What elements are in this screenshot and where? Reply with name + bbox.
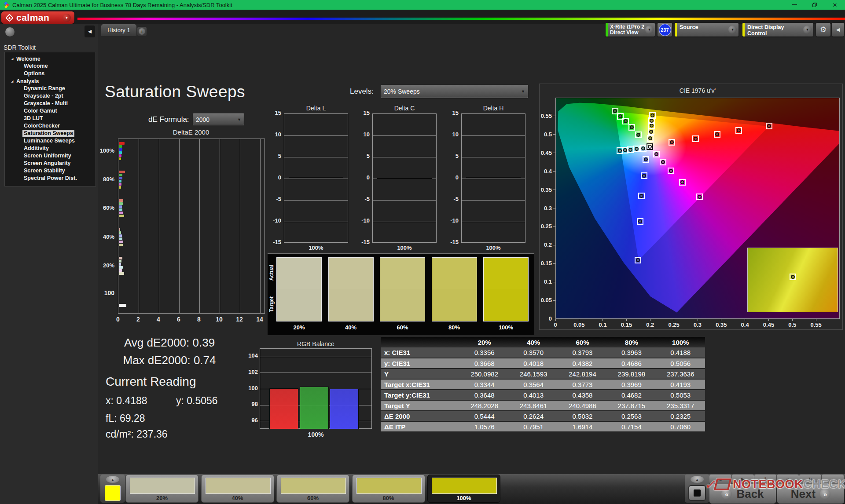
sidebar-item-colorchecker[interactable]: ColorChecker: [22, 122, 61, 130]
cie-y-tick: 0.4: [536, 168, 552, 175]
sidebar-item-options[interactable]: Options: [22, 70, 46, 77]
max-de2000: Max dE2000: 0.74: [106, 354, 233, 367]
sidebar-item-welcome[interactable]: Welcome: [22, 62, 49, 70]
sidebar-item-color-gamut[interactable]: Color Gamut: [22, 107, 59, 115]
delta-h-y-tick: 0: [446, 174, 459, 181]
sidebar-item-saturation-sweeps[interactable]: Saturation Sweeps: [22, 130, 74, 137]
cell-value: 0.3570: [509, 347, 558, 358]
deltae-bar-60-green: [119, 202, 123, 205]
sidebar-item-additivity[interactable]: Additivity: [22, 145, 50, 152]
dock-patch-60[interactable]: 60%: [276, 475, 349, 503]
deltae-bar-100-magenta: [119, 154, 121, 157]
stop-button[interactable]: [688, 485, 706, 501]
levels-select[interactable]: 20% Sweeps ▼: [381, 85, 528, 98]
cie-y-tick: 0.1: [536, 278, 552, 285]
swatch-label: 80%: [432, 324, 477, 331]
sidebar-dot-button[interactable]: [5, 27, 15, 37]
swatch-actual: [329, 258, 373, 289]
cie-blue-80pct-measured-dot: [638, 219, 642, 223]
deltae-x-tick: 8: [194, 316, 204, 323]
sidebar-collapse-button[interactable]: ◀: [84, 26, 95, 37]
cell-value: 240.4986: [558, 400, 607, 411]
tick: [553, 245, 555, 245]
deltae-bar-100-green: [119, 145, 122, 148]
cie-x-tick: 0.1: [594, 321, 612, 328]
chevron-down-icon: ▼: [803, 26, 812, 34]
cell-value: 0.3969: [607, 379, 656, 390]
current-x: x: 0.4188: [106, 395, 147, 407]
row-label: Target y:CIE31: [381, 390, 460, 400]
minimize-button[interactable]: [784, 0, 805, 10]
panel-collapse-button[interactable]: ◀: [832, 23, 844, 37]
current-patch-swatch[interactable]: [105, 485, 121, 501]
sidebar-item-grayscale-multi[interactable]: Grayscale - Multi: [22, 100, 69, 107]
restore-button[interactable]: [805, 0, 825, 10]
sidebar-item-grayscale-2pt[interactable]: Grayscale - 2pt: [22, 92, 65, 100]
sidebar-item-screen-stability[interactable]: Screen Stability: [22, 167, 66, 175]
cie-red-40pct-measured-dot: [694, 137, 698, 141]
rgb-bar-green: [300, 387, 329, 429]
gridline: [373, 222, 436, 222]
swatch-target: [484, 289, 528, 321]
cell-value: 246.1593: [509, 369, 558, 379]
close-button[interactable]: ✕: [825, 0, 845, 10]
row-label: x: CIE31: [381, 347, 460, 358]
sidebar-item-3d-lut[interactable]: 3D LUT: [22, 115, 44, 122]
gridline: [260, 373, 371, 373]
deltae-bar-20-blue: [119, 263, 121, 266]
deltae-chart: [118, 139, 265, 314]
delta-c-y-tick: -5: [357, 196, 370, 202]
swatch-label: 60%: [380, 324, 425, 331]
sidebar-group-welcome[interactable]: ◢Welcome: [5, 55, 96, 62]
display-control-dropdown[interactable]: Direct Display Control ▼: [742, 23, 813, 37]
sidebar-item-screen-uniformity[interactable]: Screen Uniformity: [22, 152, 73, 160]
de-formula-label: dE Formula:: [148, 115, 189, 124]
table-col-100: 100%: [656, 337, 705, 347]
sidebar-item-spectral-power-dist[interactable]: Spectral Power Dist.: [22, 175, 78, 182]
dock-patch-100[interactable]: 100%: [427, 475, 500, 503]
swatch-target: [329, 289, 373, 321]
deltae-bar-80-blue: [119, 177, 122, 179]
tab-history-1[interactable]: History 1: [101, 24, 136, 36]
deltae-bar-60-red: [119, 199, 123, 202]
delta-l-y-tick: -10: [269, 217, 281, 224]
deltae-group-label: 80%: [93, 176, 114, 183]
de-formula-select[interactable]: 2000 ▼: [193, 113, 244, 125]
sidebar-item-luminance-sweeps[interactable]: Luminance Sweeps: [22, 137, 76, 145]
stop-icon: [694, 489, 701, 497]
cie-magenta-100pct-measured-dot: [698, 195, 702, 199]
gridline: [260, 139, 261, 313]
patch-label: 80%: [353, 495, 425, 501]
cell-value: 248.2028: [460, 400, 509, 411]
cell-value: 0.4018: [509, 358, 558, 369]
delta-l-y-tick: 5: [269, 153, 281, 159]
dock-patch-80[interactable]: 80%: [352, 475, 425, 503]
deltae-bar-80-red: [119, 171, 125, 173]
delta-l-y-tick: 15: [269, 110, 281, 116]
cie-x-tick: 0.4: [736, 321, 754, 328]
sidebar-item-screen-angularity[interactable]: Screen Angularity: [22, 160, 72, 167]
rgb-y-tick: 102: [245, 369, 258, 375]
swatch-label: 40%: [328, 324, 374, 331]
tick: [553, 282, 555, 282]
rgb-balance-title: RGB Balance: [260, 340, 372, 347]
dock-patch-20[interactable]: 20%: [125, 475, 198, 503]
rgb-bar-blue: [330, 389, 359, 429]
swatch-actual: [432, 258, 477, 289]
meter-dropdown[interactable]: X-Rite i1Pro 2 Direct View ▼: [606, 23, 655, 37]
sidebar-group-analysis[interactable]: ◢Analysis: [5, 77, 96, 85]
source-dropdown[interactable]: Source ▼: [675, 23, 738, 37]
swatch-target: [432, 289, 477, 321]
calman-menu-button[interactable]: calman ▼: [1, 11, 74, 24]
measure-popup-button[interactable]: ▲: [691, 476, 704, 483]
plus-icon: +: [139, 28, 145, 35]
patch-popup-button[interactable]: ▲: [106, 476, 119, 483]
patch-label: 40%: [202, 495, 274, 501]
deltae-x-tick: 0: [113, 316, 123, 323]
add-tab-button[interactable]: +: [137, 27, 147, 36]
settings-button[interactable]: ⚙: [816, 23, 830, 37]
cell-value: 243.8461: [509, 400, 558, 411]
dock-patch-40[interactable]: 40%: [201, 475, 274, 503]
sidebar-item-dynamic-range[interactable]: Dynamic Range: [22, 85, 66, 92]
row-label: ΔE 2000: [381, 411, 460, 421]
